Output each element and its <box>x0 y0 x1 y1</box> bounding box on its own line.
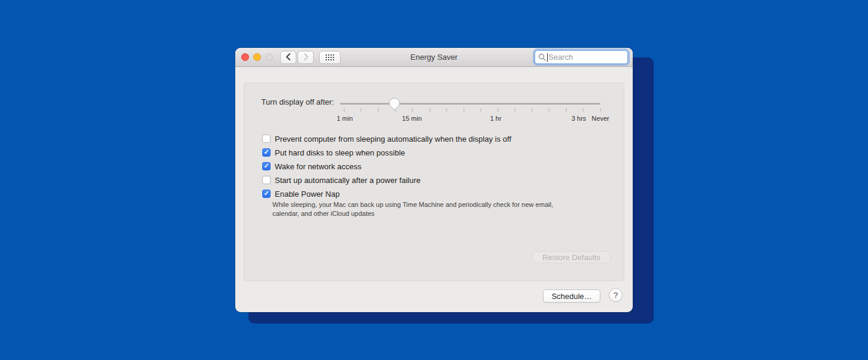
slider-tick <box>497 108 498 112</box>
slider-thumb[interactable] <box>389 97 400 111</box>
checkbox-label: Prevent computer from sleeping automatic… <box>275 135 511 144</box>
slider-tick <box>463 108 464 112</box>
slider-tick <box>549 108 550 112</box>
checkbox-wake-network-access[interactable] <box>262 162 271 170</box>
restore-defaults-button[interactable]: Restore Defaults <box>532 251 611 263</box>
close-button[interactable] <box>241 53 249 61</box>
checkbox-row-prevent-sleep: Prevent computer from sleeping automatic… <box>262 134 511 144</box>
slider-tick <box>361 108 362 112</box>
slider-tick-label: 1 min <box>336 115 353 122</box>
slider-tick <box>515 108 515 112</box>
slider-tick <box>447 108 447 112</box>
slider-tick <box>378 108 379 112</box>
slider-tick <box>429 108 430 112</box>
text-caret <box>547 53 548 62</box>
slider-tick <box>412 108 413 112</box>
checkbox-row-hard-disks: Put hard disks to sleep when possible <box>262 148 405 157</box>
checkbox-startup-power-failure[interactable] <box>262 176 271 184</box>
slider-tick <box>344 108 344 112</box>
back-button[interactable] <box>280 51 296 64</box>
traffic-lights <box>241 53 273 61</box>
chevron-left-icon <box>286 53 292 62</box>
power-nap-description: While sleeping, your Mac can back up usi… <box>272 200 581 218</box>
titlebar[interactable]: Energy Saver Se <box>235 48 633 67</box>
search-placeholder: Search <box>548 53 573 62</box>
checkbox-label: Enable Power Nap <box>275 190 339 199</box>
checkbox-label: Wake for network access <box>275 162 362 171</box>
forward-button[interactable] <box>298 51 314 64</box>
slider-tick-label: 15 min <box>402 115 422 122</box>
slider-tick <box>566 108 566 112</box>
slider-tick-label: 1 hr <box>490 115 502 122</box>
checkbox-label: Start up automatically after a power fai… <box>275 176 421 185</box>
nav-buttons <box>280 51 314 64</box>
slider-tick <box>481 108 481 112</box>
checkbox-enable-power-nap[interactable] <box>262 190 271 198</box>
checkbox-hard-disks-sleep[interactable] <box>262 148 271 157</box>
display-off-label: Turn display off after: <box>244 97 334 106</box>
grid-icon <box>324 53 335 62</box>
content-panel: Turn display off after: 1 min15 min1 hr3… <box>244 83 624 281</box>
checkbox-row-wake-network: Wake for network access <box>262 161 362 171</box>
slider-tick <box>600 108 601 112</box>
checkbox-row-power-failure: Start up automatically after a power fai… <box>262 175 421 185</box>
zoom-button-disabled <box>265 53 273 61</box>
slider-tick <box>583 108 584 112</box>
slider-tick-label: Never <box>591 115 609 122</box>
minimize-button[interactable] <box>253 53 261 61</box>
slider-tick <box>532 108 532 112</box>
show-all-button[interactable] <box>319 51 341 64</box>
help-button[interactable]: ? <box>609 288 623 302</box>
chevron-right-icon <box>303 53 309 62</box>
slider-tick-label: 3 hrs <box>572 115 586 122</box>
schedule-button[interactable]: Schedule… <box>543 289 600 303</box>
checkbox-row-power-nap: Enable Power Nap <box>262 189 339 199</box>
display-off-slider[interactable]: 1 min15 min1 hr3 hrsNever <box>340 99 600 126</box>
search-icon <box>538 53 546 61</box>
search-input[interactable]: Search <box>535 50 628 64</box>
slider-track[interactable] <box>340 103 600 105</box>
checkbox-prevent-sleep[interactable] <box>262 135 271 143</box>
energy-saver-window: Energy Saver Se <box>235 48 633 312</box>
checkbox-label: Put hard disks to sleep when possible <box>275 148 405 157</box>
